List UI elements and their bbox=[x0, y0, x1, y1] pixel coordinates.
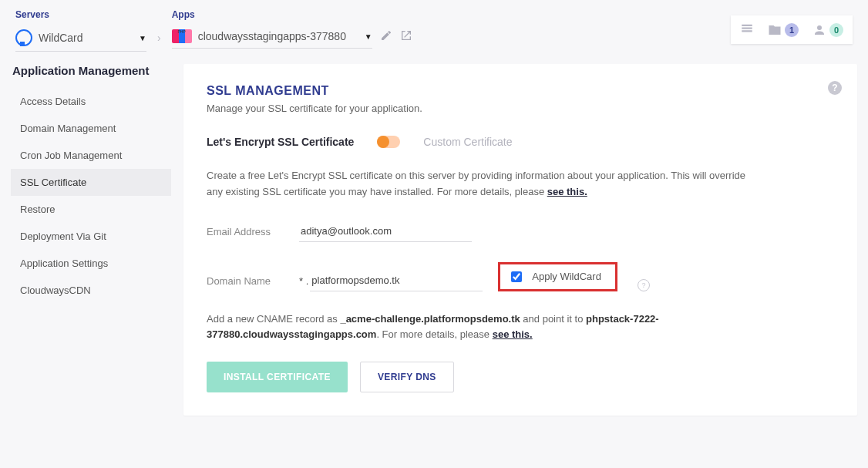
apply-wildcard-label: Apply WildCard bbox=[532, 271, 601, 282]
sidebar-item-deployment-git[interactable]: Deployment Via Git bbox=[11, 223, 171, 250]
wildcard-help-icon[interactable]: ? bbox=[638, 279, 650, 291]
app-name: cloudwaysstagingapps-377880 bbox=[198, 30, 358, 42]
digitalocean-icon bbox=[15, 29, 32, 46]
le-description: Create a free Let's Encrypt SSL certific… bbox=[207, 168, 762, 200]
chevron-down-icon: ▼ bbox=[365, 32, 372, 41]
folder-count: 1 bbox=[785, 23, 799, 37]
user-count: 0 bbox=[829, 23, 843, 37]
cname-host: _acme-challenge.platformopsdemo.tk bbox=[340, 313, 520, 325]
status-panel: 1 0 bbox=[731, 15, 853, 44]
ssl-mode-toggle[interactable] bbox=[377, 136, 400, 148]
sidebar-item-domain-management[interactable]: Domain Management bbox=[11, 115, 171, 142]
ssl-management-card: ? SSL MANAGEMENT Manage your SSL certifi… bbox=[183, 64, 857, 416]
email-input[interactable] bbox=[299, 221, 472, 242]
domain-label: Domain Name bbox=[207, 275, 284, 291]
php-stack-icon: PHP bbox=[172, 29, 192, 43]
help-icon[interactable]: ? bbox=[828, 81, 842, 95]
card-title: SSL MANAGEMENT bbox=[207, 84, 834, 98]
folder-badge[interactable]: 1 bbox=[768, 23, 799, 37]
server-selector[interactable]: WildCard ▼ bbox=[15, 25, 146, 52]
server-name: WildCard bbox=[39, 32, 133, 44]
chevron-right-icon: › bbox=[157, 32, 161, 52]
sidebar-item-application-settings[interactable]: Application Settings bbox=[11, 250, 171, 277]
sidebar-item-cron-job[interactable]: Cron Job Management bbox=[11, 142, 171, 169]
sidebar-item-ssl-certificate[interactable]: SSL Certificate bbox=[11, 169, 171, 196]
breadcrumb-apps-label[interactable]: Apps bbox=[172, 9, 412, 20]
see-this-link-2[interactable]: see this. bbox=[493, 328, 533, 340]
sidebar-item-access-details[interactable]: Access Details bbox=[11, 88, 171, 115]
edit-icon[interactable] bbox=[380, 29, 392, 44]
cname-instruction: Add a new CNAME record as _acme-challeng… bbox=[207, 311, 700, 344]
sidebar-title: Application Management bbox=[12, 64, 171, 77]
email-label: Email Address bbox=[207, 226, 284, 242]
external-link-icon[interactable] bbox=[400, 29, 412, 44]
breadcrumb-servers-label[interactable]: Servers bbox=[15, 9, 146, 20]
card-subtitle: Manage your SSL certificate for your app… bbox=[207, 103, 834, 114]
user-badge[interactable]: 0 bbox=[812, 23, 843, 37]
domain-input[interactable] bbox=[310, 270, 483, 291]
sidebar: Application Management Access Details Do… bbox=[11, 64, 171, 304]
sidebar-item-restore[interactable]: Restore bbox=[11, 196, 171, 223]
sidebar-item-cloudwayscdn[interactable]: CloudwaysCDN bbox=[11, 277, 171, 304]
tab-custom-certificate[interactable]: Custom Certificate bbox=[423, 136, 512, 148]
verify-dns-button[interactable]: VERIFY DNS bbox=[360, 362, 454, 392]
see-this-link[interactable]: see this. bbox=[547, 186, 587, 197]
chevron-down-icon: ▼ bbox=[139, 34, 146, 42]
apply-wildcard-highlight: Apply WildCard bbox=[498, 262, 617, 291]
list-icon[interactable] bbox=[740, 22, 754, 38]
apply-wildcard-checkbox[interactable] bbox=[511, 271, 522, 282]
app-selector[interactable]: PHP cloudwaysstagingapps-377880 ▼ bbox=[172, 25, 372, 49]
tab-lets-encrypt[interactable]: Let's Encrypt SSL Certificate bbox=[207, 136, 354, 148]
install-certificate-button[interactable]: INSTALL CERTIFICATE bbox=[207, 362, 348, 392]
domain-prefix: * . bbox=[299, 275, 308, 291]
